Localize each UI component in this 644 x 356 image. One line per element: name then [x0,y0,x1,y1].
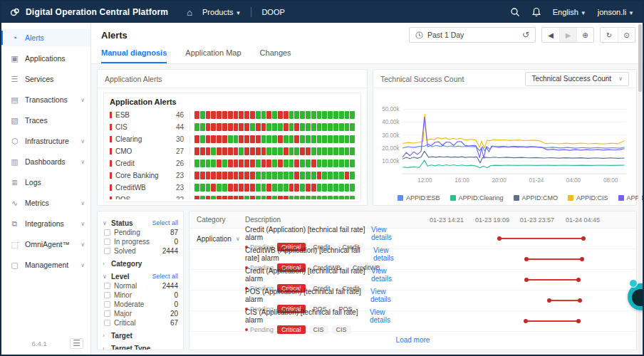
load-more-link[interactable]: Load more [189,332,636,344]
heatmap-cell [333,184,338,192]
status-heatmap-strip[interactable] [189,159,355,167]
filter-section-level[interactable]: ∨LevelSelect all [103,271,178,281]
heatmap-cell [266,135,271,143]
checkbox[interactable] [104,229,110,236]
heatmap-cell [194,172,199,179]
platform-logo-icon [10,7,20,17]
status-heatmap-strip[interactable] [189,172,355,179]
svg-text:20:00: 20:00 [492,177,507,184]
home-icon[interactable]: ⌂ [187,7,192,18]
view-details-link[interactable]: View details [370,288,405,303]
sidebar-item-logs[interactable]: ≣Logs [1,174,90,191]
filter-option[interactable]: Normal2444 [103,281,178,290]
sidebar-item-infrastructure[interactable]: ⬡Infrastructure∨ [1,132,90,150]
filter-option[interactable]: Moderate0 [103,300,178,309]
filter-section-status[interactable]: ∨StatusSelect all [103,218,178,228]
step-back-button[interactable]: ◀ [542,28,559,42]
view-details-link[interactable]: View details [373,246,405,262]
view-details-link[interactable]: View details [371,226,405,241]
sidebar-item-transactions[interactable]: ▤Transactions∨ [1,91,90,108]
tab-changes[interactable]: Changes [260,48,291,63]
products-menu[interactable]: Products▼ [202,8,241,16]
sidebar-item-services[interactable]: ☰Services [1,70,90,88]
metric-selector-dropdown[interactable]: Technical Success Count ∨ [525,72,629,86]
sidebar-item-alerts[interactable]: ◔Alerts [1,29,90,46]
filter-option[interactable]: Pending87 [103,228,178,237]
alert-duration-bar[interactable] [549,300,580,301]
checkbox[interactable] [104,283,110,289]
status-heatmap-strip[interactable] [189,147,355,155]
heatmap-cell [222,111,227,119]
status-heatmap-strip[interactable] [189,184,355,192]
checkbox[interactable] [104,248,110,254]
heatmap-cell [294,159,299,167]
heatmap-cell [222,159,227,167]
checkbox[interactable] [104,292,110,298]
step-forward-button[interactable]: ▶ [559,28,576,42]
settings-button[interactable]: ⊙ [618,28,635,42]
select-all-link[interactable]: Select all [152,273,178,280]
sidebar-item-integrations[interactable]: ⧉Integrations∨ [1,215,90,232]
alert-description-line: Credit (Application) [technical fail rat… [245,267,412,283]
time-range-picker[interactable]: Past 1 Day ↺ [409,27,536,43]
heatmap-cell [228,135,233,143]
filter-option[interactable]: Critical67 [103,318,178,328]
sidebar-item-metrics[interactable]: ∿Metrics∨ [1,194,90,211]
alert-tick-icon [110,136,112,142]
filter-option[interactable]: Solved2444 [103,246,178,256]
alert-description: Credit (Application) [technical fail rat… [245,267,371,283]
checkbox[interactable] [104,239,110,245]
heatmap-cell [217,111,222,119]
sidebar-item-label: Dashboards [25,157,66,166]
legend-item[interactable]: APPID:CMO [514,194,559,201]
checkbox[interactable] [104,310,110,317]
sidebar-item-management[interactable]: ▢Management∨ [1,256,90,273]
sidebar-item-traces[interactable]: ▧Traces [1,112,90,129]
alert-duration-bar[interactable] [526,320,578,322]
notifications-bell-icon[interactable] [531,7,541,17]
sidebar-item-omniagent-[interactable]: ⬚OmniAgent™∨ [1,236,90,253]
filter-option[interactable]: Minor0 [103,290,178,300]
chevron-down-icon: ∨ [80,241,85,248]
heatmap-cell [339,123,344,131]
tab-manual-diagnosis[interactable]: Manual diagnosis [101,48,167,63]
legend-item[interactable]: APPID:CIS [568,194,608,201]
status-heatmap-strip[interactable] [189,135,355,143]
user-menu[interactable]: jonson.li▼ [598,8,634,16]
tab-application-map[interactable]: Application Map [185,48,241,63]
alert-duration-bar[interactable] [526,279,578,281]
filter-section-target-type[interactable]: ›Target Type [103,343,178,350]
refresh-button[interactable]: ↻ [601,28,618,42]
legend-item[interactable]: APPID:ESB [398,194,440,201]
sidebar-item-label: Logs [25,178,41,187]
checkbox[interactable] [104,320,110,326]
workspace-label[interactable]: DOOP [261,8,284,16]
checkbox[interactable] [104,301,110,308]
sidebar-item-dashboards[interactable]: ▥Dashboards∨ [1,153,90,170]
heatmap-cell [322,135,327,143]
filter-option[interactable]: Major20 [103,309,178,318]
filter-section-category[interactable]: ›Category [103,258,178,268]
heatmap-cell [266,123,271,131]
sidebar-item-applications[interactable]: ▣Applications [1,50,90,67]
alert-duration-bar[interactable] [526,258,582,260]
filter-option[interactable]: In progress0 [103,237,178,246]
view-details-link[interactable]: View details [371,267,405,283]
heatmap-cell [194,111,199,119]
view-details-link[interactable]: View details [370,308,405,324]
category-filter-dropdown[interactable]: Application∨ [197,235,245,243]
sidebar-collapse-icon[interactable]: ☰ [70,338,83,349]
app-window: Digital Operation Central Platform ⌂ Pro… [0,0,644,356]
status-heatmap-strip[interactable] [189,111,355,119]
brand: Digital Operation Central Platform [10,7,168,17]
language-selector[interactable]: English▼ [553,8,586,16]
filter-section-target[interactable]: ›Target [103,330,178,340]
search-icon[interactable] [510,7,520,17]
scrollbar-thumb[interactable] [638,24,642,92]
undo-icon[interactable]: ↺ [522,30,529,40]
status-heatmap-strip[interactable] [189,123,355,131]
legend-item[interactable]: APPID:Clearing [450,194,504,201]
select-all-link[interactable]: Select all [152,219,178,226]
zoom-in-button[interactable]: ⊕ [576,28,593,42]
alert-duration-bar[interactable] [499,238,583,239]
